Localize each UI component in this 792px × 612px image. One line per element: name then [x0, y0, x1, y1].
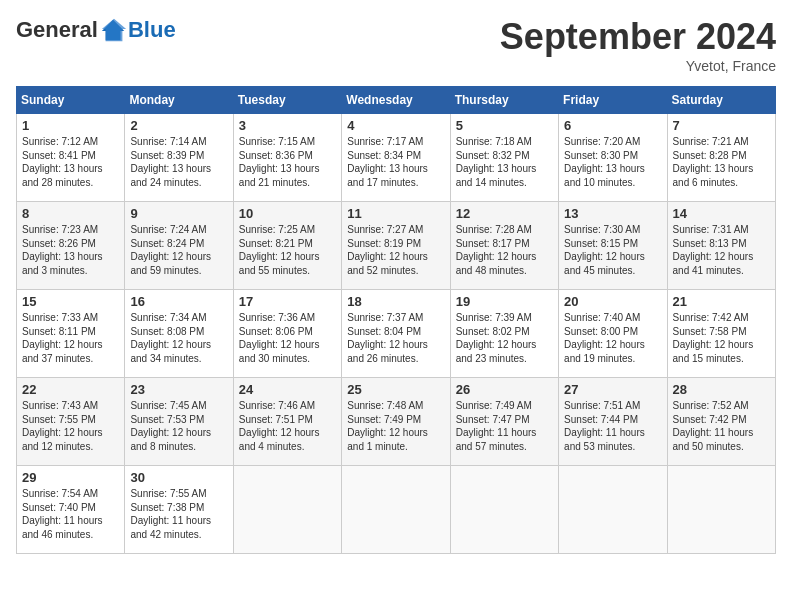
cell-content: Sunrise: 7:20 AM Sunset: 8:30 PM Dayligh… — [564, 135, 661, 189]
table-row: 26Sunrise: 7:49 AM Sunset: 7:47 PM Dayli… — [450, 378, 558, 466]
cell-content: Sunrise: 7:43 AM Sunset: 7:55 PM Dayligh… — [22, 399, 119, 453]
cell-content: Sunrise: 7:45 AM Sunset: 7:53 PM Dayligh… — [130, 399, 227, 453]
table-row: 24Sunrise: 7:46 AM Sunset: 7:51 PM Dayli… — [233, 378, 341, 466]
day-number: 10 — [239, 206, 336, 221]
cell-content: Sunrise: 7:40 AM Sunset: 8:00 PM Dayligh… — [564, 311, 661, 365]
day-number: 11 — [347, 206, 444, 221]
header-friday: Friday — [559, 87, 667, 114]
cell-content: Sunrise: 7:23 AM Sunset: 8:26 PM Dayligh… — [22, 223, 119, 277]
table-row: 2Sunrise: 7:14 AM Sunset: 8:39 PM Daylig… — [125, 114, 233, 202]
day-number: 30 — [130, 470, 227, 485]
cell-content: Sunrise: 7:18 AM Sunset: 8:32 PM Dayligh… — [456, 135, 553, 189]
header-wednesday: Wednesday — [342, 87, 450, 114]
cell-content: Sunrise: 7:25 AM Sunset: 8:21 PM Dayligh… — [239, 223, 336, 277]
table-row: 23Sunrise: 7:45 AM Sunset: 7:53 PM Dayli… — [125, 378, 233, 466]
day-number: 15 — [22, 294, 119, 309]
table-row: 28Sunrise: 7:52 AM Sunset: 7:42 PM Dayli… — [667, 378, 775, 466]
day-number: 17 — [239, 294, 336, 309]
table-row: 16Sunrise: 7:34 AM Sunset: 8:08 PM Dayli… — [125, 290, 233, 378]
table-row: 30Sunrise: 7:55 AM Sunset: 7:38 PM Dayli… — [125, 466, 233, 554]
table-row: 10Sunrise: 7:25 AM Sunset: 8:21 PM Dayli… — [233, 202, 341, 290]
day-number: 5 — [456, 118, 553, 133]
header-sunday: Sunday — [17, 87, 125, 114]
cell-content: Sunrise: 7:55 AM Sunset: 7:38 PM Dayligh… — [130, 487, 227, 541]
calendar-week-row: 29Sunrise: 7:54 AM Sunset: 7:40 PM Dayli… — [17, 466, 776, 554]
day-number: 1 — [22, 118, 119, 133]
cell-content: Sunrise: 7:48 AM Sunset: 7:49 PM Dayligh… — [347, 399, 444, 453]
logo-icon — [100, 16, 128, 44]
title-block: September 2024 Yvetot, France — [500, 16, 776, 74]
table-row — [559, 466, 667, 554]
header-thursday: Thursday — [450, 87, 558, 114]
day-number: 14 — [673, 206, 770, 221]
day-number: 28 — [673, 382, 770, 397]
table-row: 1Sunrise: 7:12 AM Sunset: 8:41 PM Daylig… — [17, 114, 125, 202]
table-row: 3Sunrise: 7:15 AM Sunset: 8:36 PM Daylig… — [233, 114, 341, 202]
cell-content: Sunrise: 7:46 AM Sunset: 7:51 PM Dayligh… — [239, 399, 336, 453]
day-number: 12 — [456, 206, 553, 221]
header-saturday: Saturday — [667, 87, 775, 114]
cell-content: Sunrise: 7:28 AM Sunset: 8:17 PM Dayligh… — [456, 223, 553, 277]
table-row: 15Sunrise: 7:33 AM Sunset: 8:11 PM Dayli… — [17, 290, 125, 378]
calendar-week-row: 1Sunrise: 7:12 AM Sunset: 8:41 PM Daylig… — [17, 114, 776, 202]
cell-content: Sunrise: 7:51 AM Sunset: 7:44 PM Dayligh… — [564, 399, 661, 453]
table-row: 19Sunrise: 7:39 AM Sunset: 8:02 PM Dayli… — [450, 290, 558, 378]
table-row: 8Sunrise: 7:23 AM Sunset: 8:26 PM Daylig… — [17, 202, 125, 290]
cell-content: Sunrise: 7:17 AM Sunset: 8:34 PM Dayligh… — [347, 135, 444, 189]
cell-content: Sunrise: 7:24 AM Sunset: 8:24 PM Dayligh… — [130, 223, 227, 277]
day-number: 23 — [130, 382, 227, 397]
cell-content: Sunrise: 7:14 AM Sunset: 8:39 PM Dayligh… — [130, 135, 227, 189]
calendar-table: Sunday Monday Tuesday Wednesday Thursday… — [16, 86, 776, 554]
cell-content: Sunrise: 7:21 AM Sunset: 8:28 PM Dayligh… — [673, 135, 770, 189]
table-row: 9Sunrise: 7:24 AM Sunset: 8:24 PM Daylig… — [125, 202, 233, 290]
cell-content: Sunrise: 7:27 AM Sunset: 8:19 PM Dayligh… — [347, 223, 444, 277]
page-header: General Blue September 2024 Yvetot, Fran… — [16, 16, 776, 74]
table-row: 21Sunrise: 7:42 AM Sunset: 7:58 PM Dayli… — [667, 290, 775, 378]
location-text: Yvetot, France — [500, 58, 776, 74]
cell-content: Sunrise: 7:30 AM Sunset: 8:15 PM Dayligh… — [564, 223, 661, 277]
cell-content: Sunrise: 7:36 AM Sunset: 8:06 PM Dayligh… — [239, 311, 336, 365]
table-row: 18Sunrise: 7:37 AM Sunset: 8:04 PM Dayli… — [342, 290, 450, 378]
day-number: 16 — [130, 294, 227, 309]
day-number: 25 — [347, 382, 444, 397]
table-row: 12Sunrise: 7:28 AM Sunset: 8:17 PM Dayli… — [450, 202, 558, 290]
cell-content: Sunrise: 7:15 AM Sunset: 8:36 PM Dayligh… — [239, 135, 336, 189]
table-row: 22Sunrise: 7:43 AM Sunset: 7:55 PM Dayli… — [17, 378, 125, 466]
table-row: 29Sunrise: 7:54 AM Sunset: 7:40 PM Dayli… — [17, 466, 125, 554]
table-row: 20Sunrise: 7:40 AM Sunset: 8:00 PM Dayli… — [559, 290, 667, 378]
cell-content: Sunrise: 7:54 AM Sunset: 7:40 PM Dayligh… — [22, 487, 119, 541]
table-row: 4Sunrise: 7:17 AM Sunset: 8:34 PM Daylig… — [342, 114, 450, 202]
cell-content: Sunrise: 7:31 AM Sunset: 8:13 PM Dayligh… — [673, 223, 770, 277]
table-row: 6Sunrise: 7:20 AM Sunset: 8:30 PM Daylig… — [559, 114, 667, 202]
table-row: 14Sunrise: 7:31 AM Sunset: 8:13 PM Dayli… — [667, 202, 775, 290]
table-row: 11Sunrise: 7:27 AM Sunset: 8:19 PM Dayli… — [342, 202, 450, 290]
logo: General Blue — [16, 16, 176, 44]
day-number: 9 — [130, 206, 227, 221]
day-number: 2 — [130, 118, 227, 133]
header-monday: Monday — [125, 87, 233, 114]
table-row — [342, 466, 450, 554]
day-number: 24 — [239, 382, 336, 397]
cell-content: Sunrise: 7:39 AM Sunset: 8:02 PM Dayligh… — [456, 311, 553, 365]
calendar-week-row: 22Sunrise: 7:43 AM Sunset: 7:55 PM Dayli… — [17, 378, 776, 466]
day-number: 18 — [347, 294, 444, 309]
table-row: 5Sunrise: 7:18 AM Sunset: 8:32 PM Daylig… — [450, 114, 558, 202]
table-row: 7Sunrise: 7:21 AM Sunset: 8:28 PM Daylig… — [667, 114, 775, 202]
cell-content: Sunrise: 7:33 AM Sunset: 8:11 PM Dayligh… — [22, 311, 119, 365]
day-number: 19 — [456, 294, 553, 309]
day-number: 4 — [347, 118, 444, 133]
cell-content: Sunrise: 7:52 AM Sunset: 7:42 PM Dayligh… — [673, 399, 770, 453]
table-row — [450, 466, 558, 554]
table-row — [667, 466, 775, 554]
day-number: 13 — [564, 206, 661, 221]
table-row — [233, 466, 341, 554]
cell-content: Sunrise: 7:37 AM Sunset: 8:04 PM Dayligh… — [347, 311, 444, 365]
table-row: 25Sunrise: 7:48 AM Sunset: 7:49 PM Dayli… — [342, 378, 450, 466]
day-number: 8 — [22, 206, 119, 221]
day-number: 20 — [564, 294, 661, 309]
logo-general-text: General — [16, 17, 98, 43]
day-number: 26 — [456, 382, 553, 397]
cell-content: Sunrise: 7:34 AM Sunset: 8:08 PM Dayligh… — [130, 311, 227, 365]
calendar-week-row: 8Sunrise: 7:23 AM Sunset: 8:26 PM Daylig… — [17, 202, 776, 290]
day-number: 3 — [239, 118, 336, 133]
